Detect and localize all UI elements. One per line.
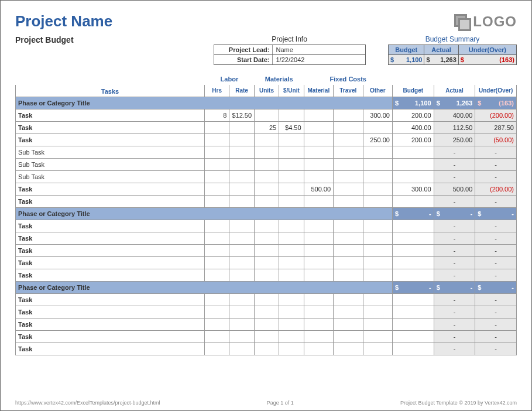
cell-other <box>363 183 392 196</box>
phase-row: Phase or Category Title$-$-$- <box>16 282 517 294</box>
cell-budget <box>392 159 434 171</box>
cell-budget: 400.00 <box>392 122 434 134</box>
cell-rate <box>229 245 254 257</box>
table-row: Task500.00300.00500.00(200.00) <box>16 183 517 196</box>
cell-other <box>363 306 392 318</box>
cell-under_over: - <box>475 257 517 269</box>
spacer <box>392 73 516 85</box>
table-row: Task8$12.50300.00200.00400.00(200.00) <box>16 109 517 122</box>
phase-budget: $1,100 <box>392 97 434 109</box>
cell-under_over: (200.00) <box>475 109 517 122</box>
summary-value-row: $1,100 $1,263 $(163) <box>389 55 517 65</box>
project-lead-label: Project Lead: <box>214 45 273 54</box>
cell-hrs <box>205 232 229 245</box>
cell-under_over: - <box>475 269 517 282</box>
logo: LOGO <box>454 13 517 30</box>
cell-under_over: - <box>475 220 517 232</box>
table-row: Task-- <box>16 306 517 318</box>
col-hrs: Hrs <box>205 85 229 97</box>
cell-other: 300.00 <box>363 109 392 122</box>
table-row: Task250.00200.00250.00(50.00) <box>16 134 517 146</box>
cell-budget <box>392 146 434 159</box>
cell-under_over: - <box>475 159 517 171</box>
start-date-value: 1/22/2042 <box>273 55 365 64</box>
task-name: Task <box>16 196 205 208</box>
cell-hrs <box>205 196 229 208</box>
cell-travel <box>334 159 363 171</box>
cell-per_unit <box>279 134 304 146</box>
phase-actual: $- <box>434 208 475 220</box>
cell-other <box>363 318 392 331</box>
phase-title: Phase or Category Title <box>16 282 393 294</box>
cell-rate <box>229 257 254 269</box>
cell-travel <box>334 146 363 159</box>
cell-material <box>304 134 333 146</box>
table-row: Task-- <box>16 343 517 355</box>
subheader: Project Budget Project Info Project Lead… <box>15 35 517 65</box>
cell-budget <box>392 269 434 282</box>
table-row: Task-- <box>16 318 517 331</box>
task-name: Task <box>16 294 205 306</box>
cell-units <box>254 232 279 245</box>
project-info-title: Project Info <box>214 35 366 43</box>
col-perunit: $/Unit <box>279 85 304 97</box>
cell-travel <box>334 245 363 257</box>
cell-budget <box>392 257 434 269</box>
cell-travel <box>334 306 363 318</box>
cell-hrs <box>205 159 229 171</box>
cell-hrs <box>205 220 229 232</box>
cell-units <box>254 245 279 257</box>
cell-actual: - <box>434 257 475 269</box>
cell-under_over: 287.50 <box>475 122 517 134</box>
cell-material <box>304 122 333 134</box>
cell-rate <box>229 318 254 331</box>
task-name: Task <box>16 269 205 282</box>
cell-actual: - <box>434 232 475 245</box>
task-name: Task <box>16 306 205 318</box>
table-row: Task-- <box>16 232 517 245</box>
cell-per_unit <box>279 146 304 159</box>
cell-units <box>254 159 279 171</box>
cell-units <box>254 220 279 232</box>
cell-under_over: - <box>475 245 517 257</box>
cell-rate <box>229 183 254 196</box>
cell-rate <box>229 306 254 318</box>
cell-other <box>363 269 392 282</box>
cell-travel <box>334 318 363 331</box>
cell-hrs <box>205 183 229 196</box>
cell-under_over: - <box>475 306 517 318</box>
cell-budget <box>392 294 434 306</box>
cell-other <box>363 343 392 355</box>
cell-rate <box>229 232 254 245</box>
cell-under_over: (200.00) <box>475 183 517 196</box>
cell-other <box>363 196 392 208</box>
cell-hrs <box>205 134 229 146</box>
cell-per_unit <box>279 183 304 196</box>
cell-per_unit <box>279 269 304 282</box>
cell-budget: 300.00 <box>392 183 434 196</box>
summary-title: Budget Summary <box>388 35 517 43</box>
cell-rate <box>229 343 254 355</box>
cell-units: 25 <box>254 122 279 134</box>
summary-header-row: Budget Actual Under(Over) <box>389 45 517 55</box>
table-row: Task-- <box>16 331 517 343</box>
cell-per_unit <box>279 331 304 343</box>
cell-travel <box>334 343 363 355</box>
cell-material <box>304 269 333 282</box>
cell-material <box>304 146 333 159</box>
cell-units <box>254 343 279 355</box>
cell-per_unit <box>279 343 304 355</box>
cell-per_unit: $4.50 <box>279 122 304 134</box>
subtask-name: Sub Task <box>16 159 205 171</box>
table-row: Task25$4.50400.00112.50287.50 <box>16 122 517 134</box>
phase-actual: $- <box>434 282 475 294</box>
col-underover: Under(Over) <box>475 85 517 97</box>
cell-budget <box>392 318 434 331</box>
task-name: Task <box>16 122 205 134</box>
cell-hrs <box>205 257 229 269</box>
col-actual: Actual <box>434 85 475 97</box>
cell-budget: 200.00 <box>392 134 434 146</box>
col-other: Other <box>363 85 392 97</box>
cell-material: 500.00 <box>304 183 333 196</box>
cell-actual: - <box>434 331 475 343</box>
